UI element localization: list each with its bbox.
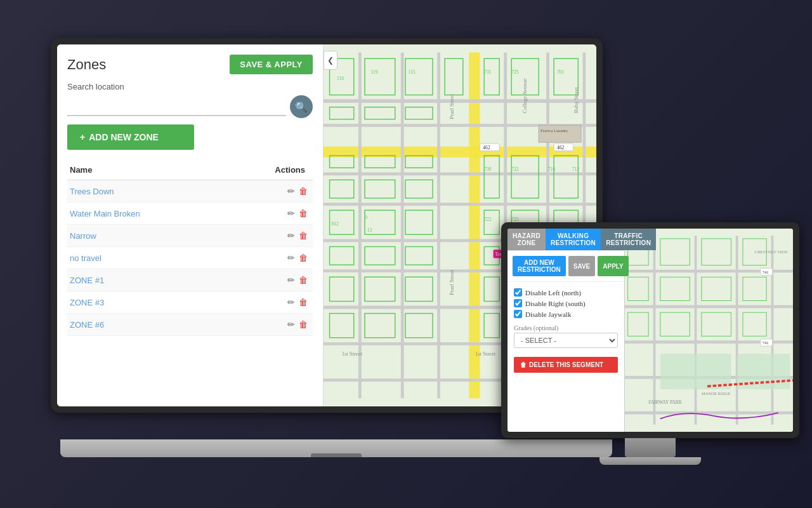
checkbox-disable-jaywalk[interactable]: Disable Jaywalk bbox=[514, 310, 618, 318]
popup-save-button[interactable]: SAVE bbox=[568, 256, 596, 276]
edit-icon[interactable]: ✏ bbox=[287, 297, 295, 307]
delete-segment-button[interactable]: 🗑 DELETE THIS SEGMENT bbox=[514, 357, 618, 373]
delete-icon[interactable]: 🗑 bbox=[299, 186, 308, 196]
zones-table: Name Actions Trees Down ✏ 🗑 Water Main B… bbox=[67, 160, 313, 336]
monitor-stand bbox=[625, 438, 676, 457]
table-row: ZONE #6 ✏ 🗑 bbox=[67, 314, 313, 336]
svg-text:731: 731 bbox=[484, 69, 492, 75]
svg-text:462: 462 bbox=[483, 145, 490, 150]
zone-name-cell: ZONE #3 bbox=[67, 291, 227, 314]
svg-text:722: 722 bbox=[511, 166, 519, 172]
checkbox-disable-left[interactable]: Disable Left (north) bbox=[514, 288, 618, 297]
save-apply-button[interactable]: SAVE & APPLY bbox=[230, 55, 313, 74]
page-title: Zones bbox=[67, 57, 106, 73]
laptop-notch bbox=[311, 453, 362, 457]
svg-text:462: 462 bbox=[557, 145, 565, 150]
table-row: ZONE #3 ✏ 🗑 bbox=[67, 291, 313, 314]
delete-icon[interactable]: 🗑 bbox=[299, 253, 308, 263]
zone-name-cell: Water Main Broken bbox=[67, 203, 227, 225]
popup-panel: HAZARD ZONE WALKING RESTRICTION TRAFFIC … bbox=[508, 229, 625, 432]
zone-actions-cell: ✏ 🗑 bbox=[227, 203, 313, 225]
svg-text:730: 730 bbox=[484, 166, 492, 172]
add-zone-button[interactable]: + ADD NEW ZONE bbox=[67, 124, 194, 150]
tab-hazard-zone[interactable]: HAZARD ZONE bbox=[508, 229, 546, 250]
checkbox-disable-right[interactable]: Disable Right (south) bbox=[514, 299, 618, 307]
svg-text:116: 116 bbox=[337, 76, 344, 81]
zone-name-cell: ZONE #1 bbox=[67, 269, 227, 291]
edit-icon[interactable]: ✏ bbox=[287, 319, 295, 330]
monitor-map-svg: FAIRWAY PARK MANOR RIDGE CHESTNUT VIEW 7… bbox=[625, 229, 793, 432]
zone-actions-cell: ✏ 🗑 bbox=[227, 247, 313, 269]
popup-apply-button[interactable]: APPLY bbox=[598, 256, 628, 276]
grades-dropdown[interactable]: - SELECT - bbox=[514, 333, 618, 348]
delete-icon[interactable]: 🗑 bbox=[299, 231, 308, 241]
chevron-left-icon: ❮ bbox=[327, 56, 334, 65]
search-button[interactable]: 🔍 bbox=[290, 95, 313, 118]
edit-icon[interactable]: ✏ bbox=[287, 231, 295, 241]
edit-icon[interactable]: ✏ bbox=[287, 208, 295, 218]
action-icons: ✏ 🗑 bbox=[230, 275, 308, 285]
add-restriction-button[interactable]: ADD NEW RESTRICTION bbox=[513, 256, 566, 276]
svg-text:722: 722 bbox=[484, 217, 492, 222]
zone-actions-cell: ✏ 🗑 bbox=[227, 291, 313, 314]
svg-rect-100 bbox=[660, 354, 731, 389]
table-row: Narrow ✏ 🗑 bbox=[67, 225, 313, 247]
tab-traffic-restriction[interactable]: TRAFFIC RESTRICTION bbox=[601, 229, 656, 250]
delete-icon[interactable]: 🗑 bbox=[299, 208, 308, 218]
zone-actions-cell: ✏ 🗑 bbox=[227, 314, 313, 336]
delete-icon[interactable]: 🗑 bbox=[299, 297, 308, 307]
action-icons: ✏ 🗑 bbox=[230, 319, 308, 330]
svg-text:1st Street: 1st Street bbox=[342, 351, 363, 357]
edit-icon[interactable]: ✏ bbox=[287, 186, 295, 196]
popup-checkboxes: Disable Left (north) Disable Right (sout… bbox=[508, 282, 624, 322]
delete-icon[interactable]: 🗑 bbox=[299, 275, 308, 285]
edit-icon[interactable]: ✏ bbox=[287, 253, 295, 263]
col-name-header: Name bbox=[67, 160, 227, 180]
popup-tabs: HAZARD ZONE WALKING RESTRICTION TRAFFIC … bbox=[508, 229, 624, 251]
trash-icon: 🗑 bbox=[520, 361, 527, 368]
zone-name-cell: no travel bbox=[67, 247, 227, 269]
svg-text:13: 13 bbox=[367, 227, 372, 233]
collapse-button[interactable]: ❮ bbox=[324, 51, 337, 70]
zones-header: Zones SAVE & APPLY bbox=[67, 55, 313, 74]
svg-rect-2 bbox=[469, 53, 480, 399]
action-icons: ✏ 🗑 bbox=[230, 297, 308, 307]
search-input[interactable] bbox=[67, 97, 286, 116]
delete-segment-label: DELETE THIS SEGMENT bbox=[529, 361, 603, 368]
table-row: Trees Down ✏ 🗑 bbox=[67, 180, 313, 203]
zone-actions-cell: ✏ 🗑 bbox=[227, 225, 313, 247]
svg-text:741: 741 bbox=[763, 270, 769, 274]
action-icons: ✏ 🗑 bbox=[230, 231, 308, 241]
action-icons: ✏ 🗑 bbox=[230, 186, 308, 196]
zone-name-cell: Narrow bbox=[67, 225, 227, 247]
zone-name-cell: Trees Down bbox=[67, 180, 227, 203]
col-actions-header: Actions bbox=[227, 160, 313, 180]
svg-text:115: 115 bbox=[409, 69, 416, 75]
svg-text:Pearl Street: Pearl Street bbox=[449, 93, 455, 119]
svg-text:Ruby Street: Ruby Street bbox=[573, 87, 579, 113]
table-row: no travel ✏ 🗑 bbox=[67, 247, 313, 269]
svg-text:1st Street: 1st Street bbox=[475, 351, 496, 357]
tab-walking-restriction[interactable]: WALKING RESTRICTION bbox=[546, 229, 601, 250]
checkbox-disable-left-label: Disable Left (north) bbox=[525, 289, 581, 297]
monitor-map-area: FAIRWAY PARK MANOR RIDGE CHESTNUT VIEW 7… bbox=[625, 229, 793, 432]
checkbox-disable-right-label: Disable Right (south) bbox=[525, 300, 586, 307]
monitor-bezel: HAZARD ZONE WALKING RESTRICTION TRAFFIC … bbox=[501, 222, 799, 438]
svg-text:MANOR RIDGE: MANOR RIDGE bbox=[702, 391, 731, 396]
table-row: ZONE #1 ✏ 🗑 bbox=[67, 269, 313, 291]
svg-text:CHESTNUT VIEW: CHESTNUT VIEW bbox=[755, 250, 789, 254]
search-label: Search location bbox=[67, 82, 313, 91]
tab-traffic-label: TRAFFIC RESTRICTION bbox=[606, 232, 651, 246]
plus-icon: + bbox=[80, 132, 85, 142]
search-row: 🔍 bbox=[67, 95, 313, 118]
edit-icon[interactable]: ✏ bbox=[287, 275, 295, 285]
delete-icon[interactable]: 🗑 bbox=[299, 319, 308, 330]
monitor-screen: HAZARD ZONE WALKING RESTRICTION TRAFFIC … bbox=[508, 229, 793, 432]
svg-text:9: 9 bbox=[365, 215, 367, 220]
svg-text:701: 701 bbox=[557, 69, 565, 75]
zone-actions-cell: ✏ 🗑 bbox=[227, 180, 313, 203]
search-icon: 🔍 bbox=[295, 101, 308, 113]
svg-text:741: 741 bbox=[763, 340, 769, 345]
tab-hazard-label: HAZARD ZONE bbox=[513, 232, 540, 246]
zone-name-cell: ZONE #6 bbox=[67, 314, 227, 336]
